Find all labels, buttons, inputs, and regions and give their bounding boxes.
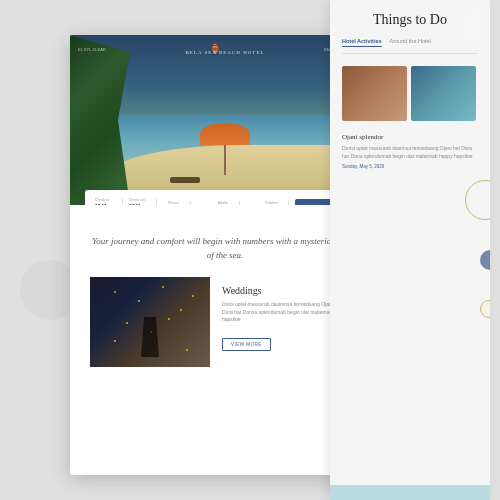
rooms-field[interactable]: Rooms 2 bbox=[163, 201, 191, 205]
bottom-section: Weddings Doris uptet massurab dasimnsa t… bbox=[90, 277, 360, 367]
light-dot bbox=[162, 286, 164, 288]
lounge-chair bbox=[170, 177, 200, 183]
panel-title: Things to Do bbox=[342, 12, 478, 28]
wedding-image bbox=[90, 277, 210, 367]
activity-date: Sunday, May 5, 2020 bbox=[342, 164, 478, 169]
checkout-field[interactable]: Check out 18 Mar 2020 bbox=[129, 198, 157, 205]
checkin-label: Check in bbox=[95, 198, 116, 202]
light-dot bbox=[192, 295, 194, 297]
checkout-label: Check out bbox=[129, 198, 150, 202]
rooms-label: Rooms bbox=[168, 201, 179, 205]
things-to-do-panel: Things to Do Hotel Activities Around the… bbox=[330, 0, 490, 500]
nav-left-text: EL SYL CLEAR bbox=[78, 47, 106, 52]
light-dot bbox=[138, 300, 140, 302]
view-more-button[interactable]: VIEW MORE bbox=[222, 338, 271, 351]
panel-tabs[interactable]: Hotel Activities Around the Hotel bbox=[342, 38, 478, 54]
light-dot bbox=[180, 309, 182, 311]
decorative-circle-gold bbox=[465, 180, 490, 220]
decorative-circle-blue bbox=[480, 250, 490, 270]
tab-around-hotel[interactable]: Around the Hotel bbox=[390, 38, 431, 47]
person-silhouette bbox=[465, 5, 485, 40]
light-dot bbox=[168, 318, 170, 320]
light-dot bbox=[114, 291, 116, 293]
light-dot bbox=[114, 340, 116, 342]
separator-1: — bbox=[197, 204, 206, 205]
tagline: Your journey and comfort will begin with… bbox=[90, 235, 360, 262]
decorative-circle-outline bbox=[480, 300, 490, 318]
activity-image-2 bbox=[411, 66, 476, 121]
activity-caption: Ojani splendor bbox=[342, 133, 478, 141]
checkin-field[interactable]: Check in 15 Mar 2020 bbox=[95, 198, 123, 205]
tab-hotel-activities[interactable]: Hotel Activities bbox=[342, 38, 382, 47]
activity-images bbox=[342, 66, 478, 121]
checkout-value: 18 Mar 2020 bbox=[129, 203, 150, 205]
activity-description: Dorist uptet massurab dasimsa tennedsang… bbox=[342, 145, 478, 160]
children-label: Children bbox=[265, 201, 278, 205]
light-dot bbox=[126, 322, 128, 324]
checkin-value: 15 Mar 2020 bbox=[95, 203, 116, 205]
separator-2: — bbox=[246, 204, 255, 205]
beach-umbrella bbox=[200, 123, 250, 175]
hotel-name-hero: BELA SEA BEACH HOTEL bbox=[185, 50, 264, 55]
adults-label: Adults bbox=[218, 201, 228, 205]
water-reflection bbox=[330, 485, 490, 500]
booking-bar[interactable]: Check in 15 Mar 2020 Check out 18 Mar 20… bbox=[85, 190, 365, 205]
activity-image-1 bbox=[342, 66, 407, 121]
adults-field[interactable]: Adults 2 bbox=[212, 201, 240, 205]
children-field[interactable]: Children 0 bbox=[261, 201, 289, 205]
light-dot bbox=[186, 349, 188, 351]
